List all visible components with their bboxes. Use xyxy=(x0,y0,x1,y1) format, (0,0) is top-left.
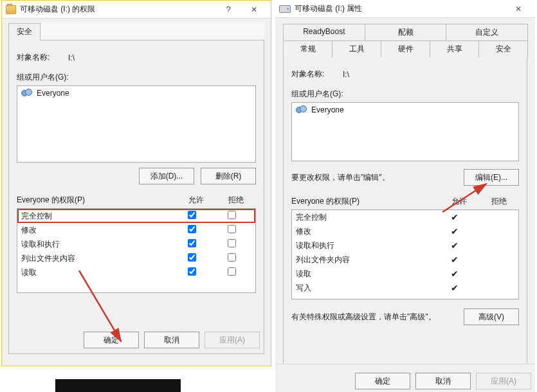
object-name-value: I:\ xyxy=(343,70,349,79)
perm-row: 完全控制✔ xyxy=(292,210,518,224)
folder-icon xyxy=(6,5,16,14)
cancel-button[interactable]: 取消 xyxy=(144,332,199,348)
decorative-strip xyxy=(55,379,181,392)
window-title: 可移动磁盘 (I:) 属性 xyxy=(295,3,362,14)
apply-button[interactable]: 应用(A) xyxy=(476,373,531,389)
help-button[interactable] xyxy=(215,1,241,18)
allow-check-icon: ✔ xyxy=(435,269,475,278)
tab-security[interactable]: 安全 xyxy=(478,40,528,58)
perm-row-read[interactable]: 读取 xyxy=(17,265,255,280)
perm-row: 修改✔ xyxy=(292,224,518,238)
column-allow: 允许 xyxy=(439,196,479,207)
titlebar[interactable]: 可移动磁盘 (I:) 属性 xyxy=(275,0,535,18)
close-button[interactable] xyxy=(241,1,267,18)
groups-listbox[interactable]: Everyone xyxy=(17,85,256,163)
perm-row: 读取和执行✔ xyxy=(292,238,518,253)
perm-row-modify[interactable]: 修改 xyxy=(17,223,255,237)
group-item-label: Everyone xyxy=(311,105,344,114)
object-name-label: 对象名称: xyxy=(17,52,68,63)
deny-checkbox[interactable] xyxy=(228,253,236,262)
cancel-button[interactable]: 取消 xyxy=(415,373,471,389)
edit-button[interactable]: 编辑(E)... xyxy=(464,169,519,186)
permissions-label: Everyone 的权限(P) xyxy=(291,196,439,207)
column-deny: 拒绝 xyxy=(479,196,519,207)
list-item-everyone[interactable]: Everyone xyxy=(293,104,517,116)
perm-row-read-execute[interactable]: 读取和执行 xyxy=(17,237,255,251)
column-deny: 拒绝 xyxy=(216,195,256,206)
titlebar[interactable]: 可移动磁盘 (I:) 的权限 xyxy=(2,1,271,19)
add-button[interactable]: 添加(D)... xyxy=(139,168,194,184)
allow-checkbox[interactable] xyxy=(188,253,196,262)
deny-checkbox[interactable] xyxy=(228,239,236,247)
column-allow: 允许 xyxy=(176,195,216,206)
tab-general[interactable]: 常规 xyxy=(283,40,332,58)
permissions-dialog: 可移动磁盘 (I:) 的权限 安全 对象名称: I:\ 组或用户名(G): Ev… xyxy=(1,0,271,366)
object-name-label: 对象名称: xyxy=(291,69,343,80)
window-title: 可移动磁盘 (I:) 的权限 xyxy=(20,4,95,15)
allow-check-icon: ✔ xyxy=(435,213,475,222)
tab-readyboost[interactable]: ReadyBoost xyxy=(283,24,365,40)
deny-checkbox[interactable] xyxy=(228,225,236,233)
properties-dialog: 可移动磁盘 (I:) 属性 ReadyBoost 配额 自定义 常规 工具 硬件… xyxy=(275,0,535,392)
permissions-list[interactable]: 完全控制✔ 修改✔ 读取和执行✔ 列出文件夹内容✔ 读取✔ 写入✔ xyxy=(291,209,519,299)
allow-check-icon: ✔ xyxy=(435,255,475,264)
perm-row: 写入✔ xyxy=(292,281,518,295)
edit-note: 要更改权限，请单击"编辑"。 xyxy=(291,172,464,183)
ok-button[interactable]: 确定 xyxy=(355,373,410,389)
advanced-button[interactable]: 高级(V) xyxy=(464,308,519,325)
perm-row-list-folder[interactable]: 列出文件夹内容 xyxy=(17,251,255,265)
object-name-value: I:\ xyxy=(68,53,75,62)
group-icon xyxy=(296,105,307,114)
tab-hardware[interactable]: 硬件 xyxy=(381,40,430,58)
advanced-note: 有关特殊权限或高级设置，请单击"高级"。 xyxy=(291,312,464,323)
deny-checkbox[interactable] xyxy=(228,211,236,219)
drive-icon xyxy=(279,5,291,13)
group-icon xyxy=(21,89,33,98)
ok-button[interactable]: 确定 xyxy=(84,332,139,348)
allow-check-icon: ✔ xyxy=(435,241,475,250)
groups-label: 组或用户名(G): xyxy=(291,89,519,100)
tab-security[interactable]: 安全 xyxy=(8,23,41,40)
tab-tools[interactable]: 工具 xyxy=(332,40,381,58)
group-item-label: Everyone xyxy=(37,89,69,98)
permissions-label: Everyone 的权限(P) xyxy=(17,195,176,206)
perm-row-full-control[interactable]: 完全控制 xyxy=(17,209,255,223)
allow-check-icon: ✔ xyxy=(435,227,475,236)
deny-checkbox[interactable] xyxy=(228,267,236,276)
allow-checkbox[interactable] xyxy=(188,239,196,247)
allow-checkbox[interactable] xyxy=(188,225,196,233)
perm-row: 列出文件夹内容✔ xyxy=(292,253,518,267)
permissions-list[interactable]: 完全控制 修改 读取和执行 列出文件夹内容 xyxy=(17,208,256,293)
groups-label: 组或用户名(G): xyxy=(17,72,256,83)
tab-sharing[interactable]: 共享 xyxy=(430,40,479,58)
allow-checkbox[interactable] xyxy=(188,267,196,276)
apply-button[interactable]: 应用(A) xyxy=(205,332,260,348)
tab-quota[interactable]: 配额 xyxy=(365,24,447,40)
allow-checkbox[interactable] xyxy=(188,211,196,219)
groups-listbox[interactable]: Everyone xyxy=(291,102,519,161)
tab-custom[interactable]: 自定义 xyxy=(446,24,528,40)
perm-row: 读取✔ xyxy=(292,267,518,281)
remove-button[interactable]: 删除(R) xyxy=(201,168,256,184)
allow-check-icon: ✔ xyxy=(435,283,475,292)
list-item-everyone[interactable]: Everyone xyxy=(19,87,254,99)
close-button[interactable] xyxy=(505,1,531,17)
